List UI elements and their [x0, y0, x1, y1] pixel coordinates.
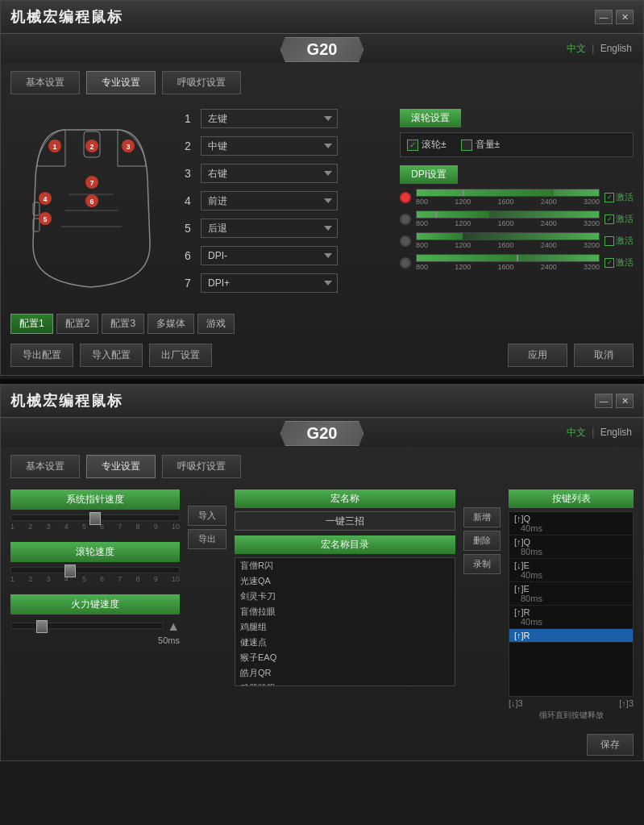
fire-speed-row: ▲ [10, 619, 180, 634]
dpi-marker-1 [463, 190, 464, 196]
mapping-select-4[interactable]: 前进 [201, 191, 338, 210]
tabs-row-1: 基本设置 专业设置 呼吸灯设置 [1, 63, 643, 99]
profile-btn-1[interactable]: 配置1 [10, 314, 53, 334]
dpi-dot-4 [400, 257, 411, 269]
lang-cn-1[interactable]: 中文 [567, 43, 586, 54]
mapping-num-7: 7 [181, 277, 194, 290]
scroll-check-2: 音量± [461, 138, 501, 152]
mouse-svg: 1 2 3 4 5 6 [21, 106, 162, 299]
delete-macro-btn[interactable]: 删除 [463, 531, 501, 551]
dpi-slider-4[interactable]: 800 1200 1600 2400 3200 [416, 254, 600, 271]
mapping-select-1[interactable]: 左键 [201, 109, 338, 128]
mapping-select-3[interactable]: 右键 [201, 164, 338, 183]
lang-sep-1: | [592, 43, 594, 54]
mapping-select-5[interactable]: 后退 [201, 219, 338, 238]
scroll-settings: 滚轮设置 滚轮± 音量± [400, 109, 634, 157]
key-bottom-2: [↑]3 [619, 698, 634, 708]
pointer-speed-track[interactable] [10, 515, 180, 521]
import-config-btn[interactable]: 导入配置 [80, 344, 143, 367]
scroll-speed-thumb[interactable] [64, 565, 76, 577]
pointer-speed-thumb[interactable] [89, 512, 101, 525]
minimize-button-1[interactable]: — [595, 10, 613, 24]
macro-item-3[interactable]: 盲僧拉眼 [235, 604, 455, 619]
scroll-cb-2[interactable] [461, 140, 472, 151]
import-btn[interactable]: 导入 [188, 506, 226, 526]
macro-item-7[interactable]: 皓月QR [235, 665, 455, 681]
save-btn[interactable]: 保存 [587, 734, 634, 756]
scroll-speed-label: 滚轮速度 [10, 542, 180, 562]
macro-item-1[interactable]: 光速QA [235, 573, 455, 589]
macro-name-input[interactable] [235, 511, 455, 531]
macro-name-label: 宏名称 [235, 490, 455, 508]
dpi-cb-4[interactable] [605, 258, 614, 268]
scroll-cb-label-1: 滚轮± [422, 138, 447, 152]
dpi-cb-1[interactable] [605, 193, 614, 202]
dpi-track-3 [416, 232, 600, 240]
macro-item-5[interactable]: 健速点 [235, 635, 455, 650]
dpi-marker-2 [435, 211, 437, 218]
lang-en-2[interactable]: English [600, 427, 632, 438]
pointer-speed-section: 系统指针速度 12345678910 [10, 490, 180, 531]
profile-btn-3[interactable]: 配置3 [102, 314, 144, 334]
macro-item-2[interactable]: 剑灵卡刀 [235, 589, 455, 604]
dpi-slider-1[interactable]: 800 1200 1600 2400 3200 [416, 189, 600, 206]
close-button-2[interactable]: ✕ [616, 394, 634, 408]
dpi-marker-4 [517, 255, 518, 261]
lang-cn-2[interactable]: 中文 [567, 427, 586, 438]
dpi-activate-2: 激活 [605, 213, 634, 225]
mapping-row-2: 2 中键 [181, 136, 390, 156]
dpi-labels-4: 800 1200 1600 2400 3200 [416, 263, 600, 271]
key-item-5[interactable]: [↑]R [509, 629, 633, 643]
dpi-slider-3[interactable]: 800 1200 1600 2400 3200 [416, 232, 600, 249]
macro-item-8[interactable]: 武器跳眼 [235, 681, 455, 686]
tab-basic-2[interactable]: 基本设置 [10, 455, 80, 478]
key-item-4[interactable]: [↑]R 40ms [509, 606, 633, 629]
scroll-cb-1[interactable] [407, 140, 418, 151]
mappings-section: 1 左键 2 中键 3 右键 4 前进 [181, 106, 390, 301]
close-button-1[interactable]: ✕ [616, 10, 634, 24]
mouse-diagram: 1 2 3 4 5 6 [21, 106, 162, 299]
key-item-0[interactable]: [↑]Q 40ms [509, 512, 633, 535]
key-item-2[interactable]: [↓]E 40ms [509, 559, 633, 582]
profile-btn-media[interactable]: 多媒体 [147, 314, 194, 334]
macro-item-6[interactable]: 猴子EAQ [235, 650, 455, 665]
fire-speed-thumb[interactable] [36, 620, 48, 633]
profile-row: 配置1 配置2 配置3 多媒体 游戏 [1, 307, 643, 339]
apply-btn[interactable]: 应用 [508, 344, 567, 367]
key-item-1[interactable]: [↑]Q 80ms [509, 535, 633, 559]
macro-item-0[interactable]: 盲僧R闪 [235, 558, 455, 573]
factory-reset-btn[interactable]: 出厂设置 [149, 344, 212, 367]
dpi-cb-2[interactable] [605, 215, 614, 224]
mapping-select-7[interactable]: DPI+ [201, 273, 338, 293]
panel-1-header: 机械宏编程鼠标 — ✕ [1, 1, 643, 34]
mapping-select-2[interactable]: 中键 [201, 136, 338, 156]
export-btn[interactable]: 导出 [188, 529, 226, 549]
export-config-btn[interactable]: 导出配置 [10, 344, 73, 367]
scroll-speed-track[interactable] [10, 567, 180, 573]
dpi-section: DPI设置 800 1200 1600 2400 [400, 165, 634, 271]
tab-pro-1[interactable]: 专业设置 [86, 71, 156, 94]
lang-en-1[interactable]: English [600, 43, 632, 54]
scroll-label: 滚轮设置 [400, 109, 461, 127]
dpi-cb-3[interactable] [605, 236, 614, 246]
tab-light-2[interactable]: 呼吸灯设置 [162, 455, 241, 478]
svg-text:7: 7 [89, 179, 93, 187]
dpi-label: DPI设置 [400, 165, 458, 184]
dpi-fill-1 [417, 190, 554, 196]
record-macro-btn[interactable]: 录制 [463, 554, 501, 574]
cancel-btn[interactable]: 取消 [574, 344, 634, 367]
tab-pro-2[interactable]: 专业设置 [86, 455, 156, 478]
profile-btn-2[interactable]: 配置2 [56, 314, 99, 334]
profile-btn-game[interactable]: 游戏 [197, 314, 235, 334]
tab-light-1[interactable]: 呼吸灯设置 [162, 71, 241, 94]
mapping-select-6[interactable]: DPI- [201, 246, 338, 265]
minimize-button-2[interactable]: — [595, 394, 613, 408]
svg-text:5: 5 [43, 215, 47, 223]
tab-basic-1[interactable]: 基本设置 [10, 71, 80, 94]
key-item-3[interactable]: [↑]E 80ms [509, 582, 633, 606]
lang-sep-2: | [592, 427, 594, 438]
fire-speed-track[interactable] [10, 623, 164, 629]
add-macro-btn[interactable]: 新增 [463, 507, 501, 527]
macro-item-4[interactable]: 鸡腿组 [235, 619, 455, 635]
dpi-slider-2[interactable]: 800 1200 1600 2400 3200 [416, 210, 600, 227]
